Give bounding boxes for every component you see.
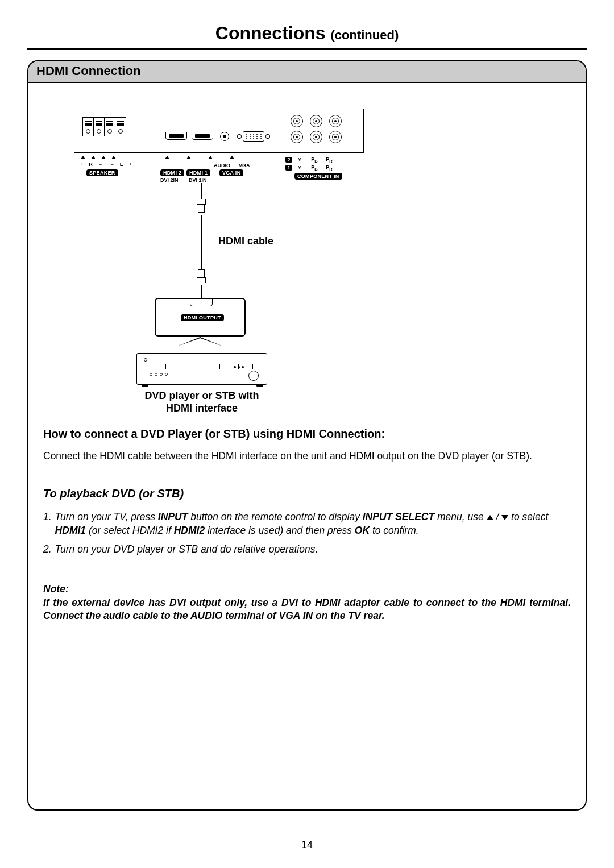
howto-paragraph: Connect the HDMI cable between the HDMI … bbox=[43, 450, 571, 463]
component-badge: COMPONENT IN bbox=[294, 173, 342, 180]
audio-jack bbox=[220, 132, 229, 141]
audio-label: AUDIO bbox=[214, 163, 230, 168]
note-block: Note: If the external device has DVI out… bbox=[43, 583, 571, 623]
connection-diagram: + R − − L + SPEAKER AUDIO VGA HDMI 2 HDM… bbox=[28, 83, 586, 407]
hdmi-cable-label: HDMI cable bbox=[218, 235, 273, 247]
up-arrow-icon bbox=[487, 515, 493, 520]
speaker-badge: SPEAKER bbox=[86, 169, 118, 176]
playback-steps: 1. Turn on your TV, press INPUT button o… bbox=[43, 510, 571, 556]
hdmi-output-badge: HDMI OUTPUT bbox=[181, 314, 224, 321]
mid-arrow-row bbox=[165, 156, 234, 159]
hdmi-connector-bottom bbox=[197, 269, 206, 285]
hdmi-output-device: HDMI OUTPUT bbox=[155, 298, 246, 337]
hdmi2-port bbox=[165, 132, 187, 140]
speaker-terminals bbox=[82, 117, 126, 136]
note-body: If the external device has DVI output on… bbox=[43, 596, 571, 623]
component-labels: 2YPBPR 1YPBPR bbox=[285, 156, 337, 172]
hdmi2-badge: HDMI 2 bbox=[160, 169, 184, 176]
tv-rear-panel bbox=[74, 109, 364, 153]
vga-label: VGA bbox=[239, 163, 250, 168]
title-divider bbox=[27, 48, 587, 50]
howto-heading: How to connect a DVD Player (or STB) usi… bbox=[43, 426, 571, 442]
dvi1-label: DVI 1IN bbox=[189, 177, 207, 183]
step-1: Turn on your TV, press INPUT button on t… bbox=[55, 510, 571, 538]
instruction-text: How to connect a DVD Player (or STB) usi… bbox=[28, 426, 586, 623]
hdmi1-port bbox=[192, 132, 213, 140]
speaker-arrow-row bbox=[81, 156, 116, 159]
cable-stub-bottom bbox=[201, 285, 202, 298]
title-main: Connections bbox=[215, 23, 326, 43]
section-header: HDMI Connection bbox=[28, 61, 586, 83]
hdmi-cable bbox=[201, 215, 202, 269]
cable-stub-top bbox=[201, 183, 202, 199]
hdmi-connector-top bbox=[197, 199, 206, 215]
vgain-badge: VGA IN bbox=[219, 169, 243, 176]
vga-port bbox=[237, 131, 270, 142]
component-rca-grid bbox=[291, 115, 342, 143]
device-caption: DVD player or STB with HDMI interface bbox=[141, 390, 263, 414]
step-2: Turn on your DVD player or STB and do re… bbox=[55, 543, 318, 556]
hdmi1-badge: HDMI 1 bbox=[186, 169, 210, 176]
dvd-player bbox=[136, 353, 267, 385]
playback-heading: To playback DVD (or STB) bbox=[43, 486, 571, 501]
title-sub: (continued) bbox=[330, 28, 399, 42]
page-number: 14 bbox=[0, 839, 614, 851]
down-arrow-icon bbox=[501, 515, 508, 520]
note-label: Note: bbox=[43, 583, 571, 596]
speaker-polarity-labels: + R − − L + bbox=[80, 161, 133, 167]
dvi2-label: DVI 2IN bbox=[160, 177, 179, 183]
content-frame: HDMI Connection bbox=[27, 60, 587, 811]
page-title: Connections (continued) bbox=[0, 0, 614, 44]
